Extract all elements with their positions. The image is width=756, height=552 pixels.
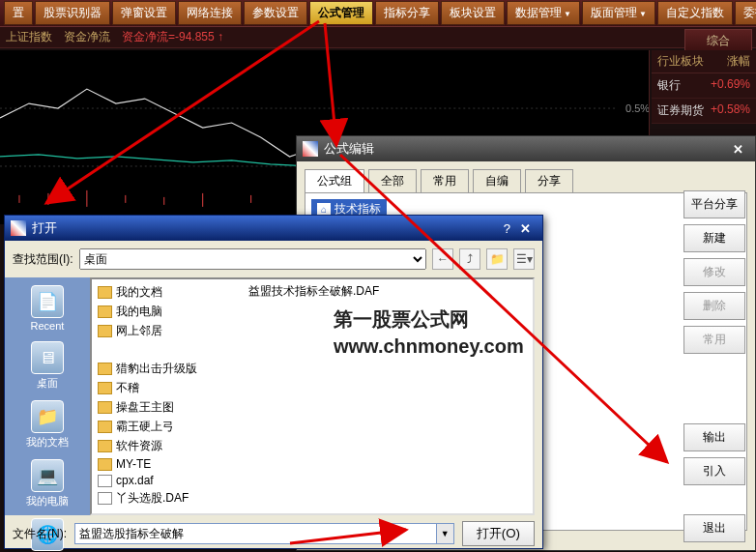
list-item[interactable]: 猎豹出击升级版	[96, 360, 529, 378]
back-icon[interactable]: ←	[432, 248, 453, 270]
menu-网络连接[interactable]: 网络连接	[178, 1, 242, 25]
list-item[interactable]: MY-TE	[96, 456, 529, 472]
menu-置[interactable]: 置	[4, 1, 33, 25]
list-item[interactable]: 软件资源	[96, 437, 529, 455]
btn-输出[interactable]: 输出	[683, 423, 745, 451]
menu-股票识别器[interactable]: 股票识别器	[35, 1, 110, 25]
menu-自定义指数[interactable]: 自定义指数	[657, 1, 733, 25]
list-item[interactable]: 丫头选股.DAF	[96, 489, 529, 508]
btn-常用: 常用	[683, 326, 745, 354]
tab-分享[interactable]: 分享	[525, 169, 573, 192]
menu-参数设置[interactable]: 参数设置	[244, 1, 307, 25]
lookin-select[interactable]: 桌面	[79, 248, 426, 270]
filename-label: 文件名(N):	[13, 526, 67, 542]
places-bar: 📄Recent🖥桌面📁我的文档💻我的电脑🌐网上邻居	[5, 277, 90, 515]
new-folder-icon[interactable]: 📁	[486, 248, 508, 270]
close-icon[interactable]: ✕	[514, 221, 537, 236]
formula-editor-titlebar[interactable]: 公式编辑 ✕	[297, 136, 755, 161]
list-item[interactable]: 不稽	[96, 379, 529, 397]
tab-全部[interactable]: 全部	[368, 169, 417, 192]
open-button[interactable]: 打开(O)	[462, 521, 535, 546]
list-item[interactable]: 操盘王主图	[96, 398, 529, 417]
menu-版面管理[interactable]: 版面管理▼	[582, 1, 655, 25]
btn-删除: 删除	[683, 292, 745, 320]
list-item[interactable]: 霸王硬上弓	[96, 418, 529, 436]
chevron-down-icon[interactable]: ▼	[437, 523, 454, 544]
open-dialog: 打开 ? ✕ 查找范围(I): 桌面 ← ⤴ 📁 ☰▾ 📄Recent🖥桌面📁我…	[4, 215, 543, 549]
sector-header-name: 行业板块	[657, 53, 704, 70]
sector-header-pct: 涨幅	[727, 53, 750, 70]
place-我的电脑[interactable]: 💻我的电脑	[10, 455, 85, 512]
open-dialog-title: 打开	[32, 219, 57, 237]
formula-side-buttons: 平台分享新建修改删除常用输出引入退出	[683, 190, 745, 542]
menu-板块设置[interactable]: 板块设置	[441, 1, 505, 25]
app-icon	[11, 220, 26, 236]
btn-新建[interactable]: 新建	[683, 224, 745, 252]
top-menu-bar: 置股票识别器弹窗设置网络连接参数设置公式管理指标分享板块设置数据管理▼版面管理▼…	[0, 0, 756, 27]
menu-数据管理[interactable]: 数据管理▼	[507, 1, 580, 25]
formula-editor-title: 公式编辑	[324, 140, 374, 158]
list-item[interactable]: cpx.daf	[96, 473, 529, 488]
flow-label: 资金净流	[64, 29, 110, 45]
flow-value: 资金净流=-94.855 ↑	[122, 29, 223, 45]
tab-常用[interactable]: 常用	[421, 169, 469, 192]
list-item[interactable]: 益盟技术指标全破解.DAF	[245, 283, 379, 300]
sector-row[interactable]: 银行+0.69%	[652, 73, 756, 99]
up-icon[interactable]: ⤴	[459, 248, 480, 270]
btn-退出[interactable]: 退出	[683, 514, 745, 542]
help-icon[interactable]: ?	[500, 221, 514, 236]
menu-委托[interactable]: 委托	[735, 1, 756, 25]
menu-指标分享[interactable]: 指标分享	[375, 1, 439, 25]
menu-公式管理[interactable]: 公式管理	[309, 1, 373, 25]
filename-input[interactable]	[74, 523, 437, 544]
open-dialog-titlebar[interactable]: 打开 ? ✕	[5, 216, 542, 241]
place-桌面[interactable]: 🖥桌面	[10, 337, 85, 394]
tab-自编[interactable]: 自编	[473, 169, 521, 192]
status-bar: 上证指数 资金净流 资金净流=-94.855 ↑	[0, 27, 756, 48]
tab-公式组[interactable]: 公式组	[305, 169, 364, 192]
axis-label: 0.5%	[625, 102, 649, 114]
close-icon[interactable]: ✕	[727, 142, 749, 157]
watermark: 第一股票公式网 www.chnmoney.com	[334, 305, 524, 360]
sector-row[interactable]: 证券期货+0.58%	[652, 99, 756, 124]
index-name: 上证指数	[6, 29, 52, 45]
sector-panel: 行业板块 涨幅 银行+0.69%证券期货+0.58%	[652, 50, 756, 124]
view-menu-icon[interactable]: ☰▾	[513, 248, 535, 270]
btn-引入[interactable]: 引入	[683, 457, 745, 485]
app-icon	[303, 141, 318, 157]
lookin-label: 查找范围(I):	[13, 251, 73, 268]
btn-修改: 修改	[683, 258, 745, 286]
place-Recent[interactable]: 📄Recent	[10, 281, 85, 335]
menu-弹窗设置[interactable]: 弹窗设置	[112, 1, 176, 25]
btn-平台分享[interactable]: 平台分享	[683, 190, 745, 218]
place-我的文档[interactable]: 📁我的文档	[10, 396, 85, 453]
formula-tabs: 公式组全部常用自编分享	[297, 161, 755, 192]
